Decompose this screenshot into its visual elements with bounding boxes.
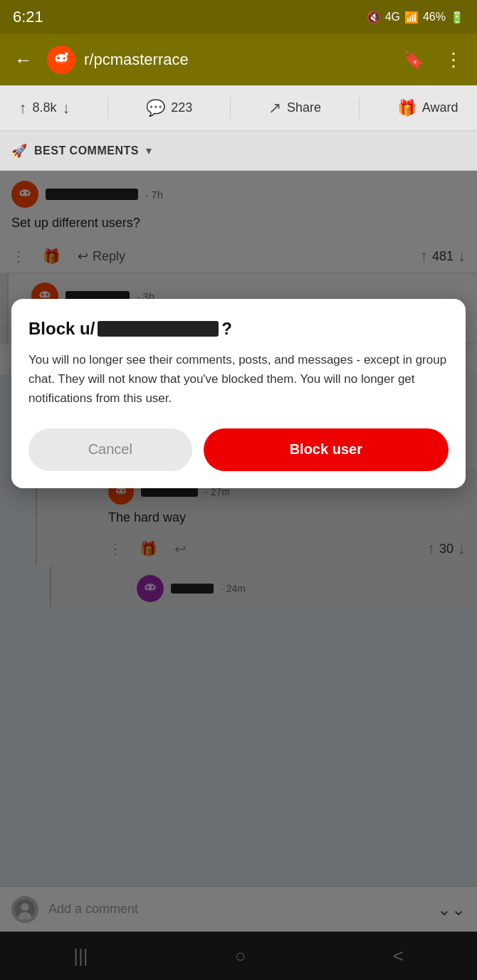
network-icon: 4G [385, 11, 400, 23]
action-bar: ↑ 8.8k ↓ 💬 223 ↗ Share 🎁 Award [0, 85, 477, 131]
modal-overlay[interactable] [0, 171, 477, 980]
rocket-icon: 🚀 [11, 143, 27, 159]
subreddit-name: r/pcmasterrace [84, 51, 389, 69]
nav-bar: ← r/pcmasterrace 🔖 ⋮ [0, 34, 477, 85]
award-icon: 🎁 [397, 99, 416, 117]
signal-bars-icon: 📶 [404, 11, 419, 24]
modal-description: You will no longer see their comments, p… [28, 350, 449, 409]
content-area: · 7h Set up different users? ⋮ 🎁 ↩ Reply… [0, 171, 477, 980]
back-button[interactable]: ← [9, 43, 38, 77]
modal-buttons: Cancel Block user [28, 428, 449, 471]
award-action[interactable]: 🎁 Award [397, 99, 458, 117]
modal-title-suffix: ? [221, 319, 232, 339]
bookmark-button[interactable]: 🔖 [397, 44, 430, 75]
more-options-button[interactable]: ⋮ [439, 43, 468, 77]
status-icons: 🔇 4G 📶 46% 🔋 [367, 11, 464, 24]
divider-2 [230, 98, 231, 119]
block-user-button[interactable]: Block user [204, 428, 449, 471]
divider-3 [359, 98, 360, 119]
share-label: Share [287, 100, 321, 115]
share-icon: ↗ [268, 99, 281, 117]
modal-username-bar [98, 321, 219, 337]
svg-point-2 [57, 57, 60, 60]
mute-icon: 🔇 [367, 11, 381, 24]
subreddit-icon [47, 46, 75, 74]
comments-action[interactable]: 💬 223 [146, 99, 192, 117]
modal-title: Block u/? [28, 319, 449, 339]
comments-count: 223 [171, 100, 192, 115]
share-action[interactable]: ↗ Share [268, 99, 321, 117]
upvote-count: 8.8k [32, 100, 56, 115]
upvote-icon: ↑ [19, 99, 26, 117]
upvote-action[interactable]: ↑ 8.8k ↓ [19, 99, 70, 117]
svg-point-4 [65, 53, 68, 56]
cancel-button[interactable]: Cancel [28, 428, 192, 471]
block-user-modal: Block u/? You will no longer see their c… [11, 299, 466, 488]
battery-level: 46% [423, 11, 446, 23]
status-time: 6:21 [13, 8, 43, 26]
modal-title-prefix: Block u/ [28, 319, 95, 339]
battery-icon: 🔋 [450, 11, 464, 24]
status-bar: 6:21 🔇 4G 📶 46% 🔋 [0, 0, 477, 34]
chevron-down-icon: ▾ [146, 144, 152, 157]
divider-1 [108, 98, 108, 119]
downvote-icon: ↓ [62, 99, 70, 117]
award-label: Award [422, 100, 458, 115]
comments-sort-header[interactable]: 🚀 BEST COMMENTS ▾ [0, 131, 477, 171]
comments-icon: 💬 [146, 99, 165, 117]
sort-label: BEST COMMENTS [34, 144, 139, 157]
